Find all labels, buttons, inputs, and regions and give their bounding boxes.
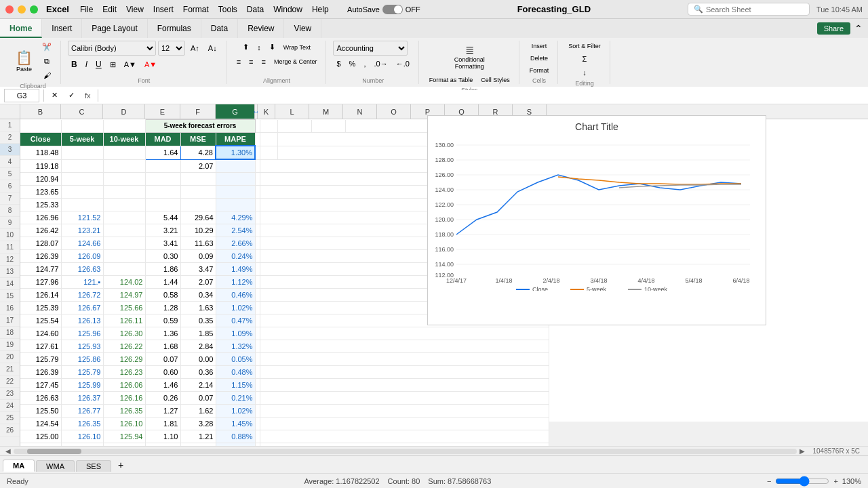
cut-button[interactable]: ✂️ bbox=[39, 41, 55, 54]
cell-e9[interactable]: 3.21 bbox=[145, 224, 180, 237]
cell-e23[interactable]: 1.27 bbox=[145, 404, 180, 417]
cell-b18[interactable]: 127.61 bbox=[20, 340, 61, 352]
cell-d23[interactable]: 126.35 bbox=[103, 404, 145, 417]
scroll-thumb[interactable] bbox=[27, 449, 81, 454]
percent-button[interactable]: % bbox=[346, 58, 359, 70]
cell-b13[interactable]: 127.96 bbox=[20, 275, 61, 288]
cell-b20[interactable]: 126.39 bbox=[20, 365, 61, 378]
tab-page-layout[interactable]: Page Layout bbox=[82, 19, 147, 38]
cell-b19[interactable]: 125.79 bbox=[20, 352, 61, 365]
cell-e4[interactable] bbox=[145, 159, 180, 172]
cell-rest23[interactable] bbox=[260, 404, 549, 417]
cell-rest24[interactable] bbox=[260, 417, 549, 430]
cell-b22[interactable]: 126.63 bbox=[20, 391, 61, 404]
window-controls[interactable] bbox=[5, 5, 38, 14]
row-num-5[interactable]: 5 bbox=[0, 168, 20, 180]
tab-view[interactable]: View bbox=[284, 19, 321, 38]
cell-b24[interactable]: 124.54 bbox=[20, 417, 61, 430]
cell-b21[interactable]: 127.45 bbox=[20, 378, 61, 391]
cell-d1[interactable] bbox=[103, 120, 145, 133]
cell-f24[interactable]: 3.28 bbox=[180, 417, 216, 430]
zoom-out-button[interactable]: − bbox=[767, 477, 771, 485]
cell-f19[interactable]: 0.00 bbox=[180, 352, 216, 365]
chart-title[interactable]: Chart Title bbox=[428, 121, 766, 132]
col-header-c[interactable]: C bbox=[61, 104, 103, 119]
cell-c18[interactable]: 125.93 bbox=[61, 340, 103, 352]
scroll-left-button[interactable]: ◀ bbox=[3, 447, 14, 455]
autosave-toggle[interactable] bbox=[382, 5, 403, 14]
italic-button[interactable]: I bbox=[82, 58, 91, 71]
row-num-16[interactable]: 16 bbox=[0, 302, 20, 314]
copy-button[interactable]: ⧉ bbox=[39, 55, 55, 68]
cell-g16[interactable]: 0.47% bbox=[216, 314, 255, 327]
cell-e14[interactable]: 0.58 bbox=[145, 288, 180, 301]
cell-f23[interactable]: 1.62 bbox=[180, 404, 216, 417]
row-num-14[interactable]: 14 bbox=[0, 278, 20, 290]
cell-c9[interactable]: 123.21 bbox=[61, 224, 103, 237]
cell-f13[interactable]: 2.07 bbox=[180, 275, 216, 288]
col-header-m[interactable]: M bbox=[309, 104, 343, 119]
cell-d16[interactable]: 126.11 bbox=[103, 314, 145, 327]
cell-d5[interactable] bbox=[103, 172, 145, 185]
cell-d3[interactable] bbox=[103, 146, 145, 159]
zoom-in-button[interactable]: + bbox=[833, 477, 837, 485]
fill-button[interactable]: ↓ bbox=[579, 66, 590, 79]
cell-rest19[interactable] bbox=[260, 352, 549, 365]
col-header-b[interactable]: B bbox=[20, 104, 61, 119]
cell-d15[interactable]: 125.66 bbox=[103, 301, 145, 314]
cell-g15[interactable]: 1.02% bbox=[216, 301, 255, 314]
cell-g8[interactable]: 4.29% bbox=[216, 211, 255, 224]
border-button[interactable]: ⊞ bbox=[106, 58, 119, 71]
cell-b6[interactable]: 123.65 bbox=[20, 185, 61, 198]
cell-e19[interactable]: 0.07 bbox=[145, 352, 180, 365]
align-top-button[interactable]: ⬆ bbox=[239, 41, 252, 54]
cell-f14[interactable]: 0.34 bbox=[180, 288, 216, 301]
cell-b16[interactable]: 125.54 bbox=[20, 314, 61, 327]
cell-b25[interactable]: 125.00 bbox=[20, 430, 61, 443]
search-input[interactable] bbox=[706, 5, 804, 14]
horizontal-scrollbar[interactable]: ◀ ▶ 1048576R x 5C bbox=[0, 446, 868, 455]
cell-e20[interactable]: 0.60 bbox=[145, 365, 180, 378]
cell-e2[interactable]: MAD bbox=[145, 133, 180, 146]
cell-d19[interactable]: 126.29 bbox=[103, 352, 145, 365]
cell-f8[interactable]: 29.64 bbox=[180, 211, 216, 224]
wrap-text-button[interactable]: Wrap Text bbox=[280, 41, 314, 54]
insert-cells-button[interactable]: Insert bbox=[528, 41, 551, 52]
cell-c20[interactable]: 125.79 bbox=[61, 365, 103, 378]
cell-f20[interactable]: 0.36 bbox=[180, 365, 216, 378]
cell-c6[interactable] bbox=[61, 185, 103, 198]
row-num-19[interactable]: 19 bbox=[0, 339, 20, 351]
cell-c10[interactable]: 124.66 bbox=[61, 237, 103, 249]
cell-c21[interactable]: 125.99 bbox=[61, 378, 103, 391]
cell-d18[interactable]: 126.22 bbox=[103, 340, 145, 352]
row-num-24[interactable]: 24 bbox=[0, 400, 20, 412]
cell-d7[interactable] bbox=[103, 198, 145, 211]
cell-c15[interactable]: 126.67 bbox=[61, 301, 103, 314]
bold-button[interactable]: B bbox=[68, 58, 81, 71]
cell-b9[interactable]: 126.42 bbox=[20, 224, 61, 237]
cell-f12[interactable]: 3.47 bbox=[180, 262, 216, 275]
cell-f7[interactable] bbox=[180, 198, 216, 211]
cell-b10[interactable]: 128.07 bbox=[20, 237, 61, 249]
font-size-select[interactable]: 12 bbox=[158, 41, 185, 56]
menu-edit[interactable]: Edit bbox=[102, 5, 117, 14]
cell-g18[interactable]: 1.32% bbox=[216, 340, 255, 352]
tab-ses[interactable]: SES bbox=[76, 460, 111, 472]
cell-g24[interactable]: 1.45% bbox=[216, 417, 255, 430]
row-num-12[interactable]: 12 bbox=[0, 253, 20, 266]
cell-l1[interactable] bbox=[278, 120, 312, 133]
cell-c3[interactable] bbox=[61, 146, 103, 159]
cell-f4[interactable]: 2.07 bbox=[180, 159, 216, 172]
cell-c8[interactable]: 121.52 bbox=[61, 211, 103, 224]
cell-g22[interactable]: 0.21% bbox=[216, 391, 255, 404]
cell-e6[interactable] bbox=[145, 185, 180, 198]
row-num-18[interactable]: 18 bbox=[0, 327, 20, 339]
format-painter-button[interactable]: 🖌 bbox=[39, 69, 55, 81]
cell-c17[interactable]: 125.96 bbox=[61, 327, 103, 340]
row-num-17[interactable]: 17 bbox=[0, 314, 20, 327]
number-format-select[interactable]: Accounting bbox=[333, 41, 408, 56]
cell-d13[interactable]: 124.02 bbox=[103, 275, 145, 288]
cell-g3[interactable]: 1.30% bbox=[216, 146, 255, 159]
cell-e17[interactable]: 1.36 bbox=[145, 327, 180, 340]
cell-e7[interactable] bbox=[145, 198, 180, 211]
